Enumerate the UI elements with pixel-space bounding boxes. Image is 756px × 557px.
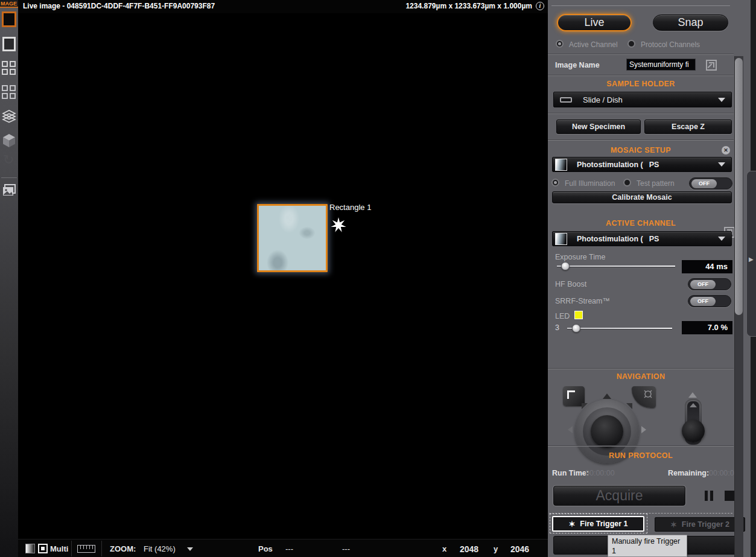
chevron-down-icon <box>718 162 725 167</box>
image-canvas[interactable]: Rectangle 1 <box>18 13 548 539</box>
stop-icon[interactable] <box>725 491 735 501</box>
z-joystick-knob[interactable] <box>682 419 705 442</box>
active-channel-header: ACTIVE CHANNEL <box>548 219 734 228</box>
image-name-popout-icon[interactable] <box>706 60 717 71</box>
pause-icon[interactable] <box>705 491 708 501</box>
test-pattern-radio[interactable] <box>623 179 631 186</box>
panel-scrollbar-thumb[interactable] <box>735 58 743 315</box>
xy-up-arrow-icon[interactable] <box>603 393 611 399</box>
z-up-arrow-icon[interactable] <box>688 392 697 398</box>
grid-view-icon[interactable] <box>2 61 16 75</box>
mosaic-setup-header: MOSAIC SETUP <box>548 146 734 154</box>
acquire-button[interactable]: Acquire <box>553 486 685 506</box>
run-protocol-header: RUN PROTOCOL <box>548 451 734 460</box>
led-power-value[interactable]: 7.0 % <box>682 321 732 334</box>
lut-gradient-icon[interactable] <box>25 544 35 553</box>
new-specimen-button[interactable]: New Specimen <box>556 119 641 134</box>
mosaic-toggle-knob: OFF <box>691 179 717 188</box>
multi-label[interactable]: Multi <box>50 544 68 553</box>
pause-icon[interactable] <box>710 491 713 501</box>
sample-holder-dropdown[interactable]: Slide / Dish <box>553 92 732 107</box>
divider <box>551 5 730 6</box>
protocol-channels-radio[interactable] <box>627 40 635 48</box>
xy-joystick-knob[interactable] <box>591 415 623 448</box>
acquisition-panel: Live Snap Active Channel Protocol Channe… <box>548 0 756 557</box>
mosaic-toggle[interactable]: OFF <box>689 177 732 189</box>
full-illumination-label[interactable]: Full Illumination <box>565 179 615 188</box>
fire-trigger-2-button[interactable]: ✶ Fire Trigger 2 <box>655 517 745 532</box>
active-view-icon[interactable] <box>2 11 16 27</box>
stage-corner-button[interactable] <box>563 386 585 406</box>
calibrate-mosaic-button[interactable]: Calibrate Mosaic <box>552 191 732 203</box>
roi-label: Rectangle 1 <box>329 203 371 212</box>
remaining-label: Remaining: <box>668 469 709 477</box>
image-title-bar: Live image - 048591DC-4DDF-4F7F-B451-FF9… <box>18 0 548 13</box>
navigation-header: NAVIGATION <box>548 372 734 381</box>
led-color-swatch[interactable] <box>574 311 583 319</box>
led-slider-knob[interactable] <box>572 324 580 333</box>
led-slider-track[interactable] <box>567 328 672 329</box>
srrf-stream-toggle[interactable]: OFF <box>688 295 731 307</box>
divider <box>548 113 734 113</box>
exposure-value[interactable]: 44 ms <box>682 260 732 273</box>
ruler-icon[interactable] <box>77 545 95 553</box>
led-label: LED <box>555 312 570 320</box>
channel-square-icon[interactable] <box>38 544 48 553</box>
gallery-icon[interactable] <box>2 183 16 198</box>
image-name-input[interactable]: Systemuniformty fi <box>626 59 696 71</box>
xy-left-arrow-icon[interactable] <box>568 426 573 433</box>
fire-trigger-1-button[interactable]: ✶ Fire Trigger 1 <box>552 516 644 532</box>
status-bar: Multi ZOOM: Fit (42%) Pos --- --- x 2048… <box>18 539 548 557</box>
corner-bracket-icon <box>567 390 575 399</box>
hf-boost-toggle[interactable]: OFF <box>688 278 731 290</box>
active-channel-dropdown[interactable]: Photostimulation ( PS <box>552 231 732 246</box>
cube-3d-icon[interactable] <box>2 133 16 148</box>
snap-button[interactable]: Snap <box>653 14 728 31</box>
live-image-title: Live image - 048591DC-4DDF-4F7F-B451-FF9… <box>23 2 215 10</box>
divider <box>548 445 734 446</box>
live-button[interactable]: Live <box>557 14 632 31</box>
run-time-label: Run Time: <box>552 469 589 477</box>
channel-thumbnail <box>555 159 567 171</box>
mosaic-channel-name: Photostimulation ( <box>577 161 643 169</box>
roi-rectangle[interactable] <box>257 204 328 272</box>
x-label: x <box>442 544 446 553</box>
multi-grid-view-icon[interactable] <box>2 85 16 99</box>
image-dimensions: 1234.879µm x 1233.673µm x 1.000µm <box>405 2 532 10</box>
active-channel-name: Photostimulation ( <box>577 235 643 243</box>
single-view-icon[interactable] <box>2 37 16 51</box>
active-channel-radio[interactable] <box>556 40 564 48</box>
photostimulation-star-icon[interactable] <box>331 217 346 233</box>
image-tab-label[interactable]: MAGE <box>0 0 18 8</box>
divider <box>101 541 102 556</box>
layers-icon[interactable] <box>2 109 16 124</box>
pos-label: Pos <box>258 544 273 553</box>
slide-icon <box>560 97 572 103</box>
active-channel-radio-label[interactable]: Active Channel <box>569 40 618 49</box>
star-icon: ✶ <box>670 520 677 529</box>
sample-holder-header: SAMPLE HOLDER <box>548 80 734 88</box>
divider <box>548 139 734 140</box>
tooltip-line-1: Manually fire Trigger 1 <box>612 536 683 556</box>
close-icon[interactable]: ✕ <box>722 146 730 154</box>
stage-target-button[interactable] <box>632 386 656 408</box>
mosaic-channel-code: PS <box>649 161 659 169</box>
test-pattern-label[interactable]: Test pattern <box>637 179 675 188</box>
exposure-slider-track[interactable] <box>557 266 675 267</box>
info-icon[interactable]: i <box>536 2 544 10</box>
exposure-time-label: Exposure Time <box>555 253 605 261</box>
escape-z-button[interactable]: Escape Z <box>644 119 732 134</box>
panel-flyout-tab[interactable] <box>746 171 756 337</box>
zoom-dropdown-caret[interactable] <box>187 547 193 551</box>
zoom-value[interactable]: Fit (42%) <box>144 544 176 553</box>
rotate-icon: ↻ <box>3 153 14 167</box>
exposure-slider-knob[interactable] <box>561 262 570 270</box>
xy-right-arrow-icon[interactable] <box>641 426 646 433</box>
mosaic-channel-dropdown[interactable]: Photostimulation ( PS <box>552 157 732 172</box>
pos-value-1: --- <box>285 544 293 553</box>
active-channel-code: PS <box>649 235 659 243</box>
full-illumination-radio[interactable] <box>551 179 559 186</box>
flyout-arrow-icon[interactable]: ▶ <box>749 256 754 263</box>
divider <box>71 541 72 556</box>
protocol-channels-radio-label[interactable]: Protocol Channels <box>641 40 700 49</box>
